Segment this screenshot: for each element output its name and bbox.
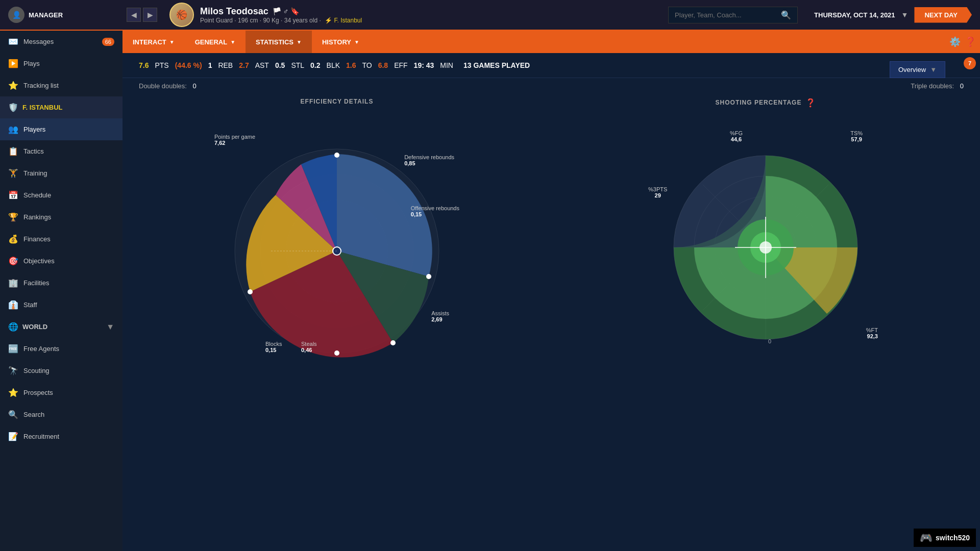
blk-label: BLK bbox=[327, 61, 340, 69]
rankings-icon: 🏆 bbox=[8, 212, 18, 222]
sidebar-item-tracking[interactable]: ⭐ Tracking list bbox=[0, 74, 122, 96]
double-doubles: Double doubles: 0 bbox=[139, 82, 197, 90]
switch-text: switch520 bbox=[936, 534, 970, 542]
sidebar-label-plays: Plays bbox=[23, 60, 40, 67]
overview-button[interactable]: Overview ▼ bbox=[890, 61, 945, 78]
team-link[interactable]: F. Istanbul bbox=[334, 17, 362, 24]
sidebar-item-schedule[interactable]: 📅 Schedule bbox=[0, 184, 122, 206]
reb-label: REB bbox=[218, 61, 233, 69]
label-blocks: Blocks 0,15 bbox=[265, 341, 282, 353]
label-off-reb: Offensive rebounds 0,15 bbox=[411, 205, 459, 217]
label-steals-value: 0,46 bbox=[301, 347, 317, 353]
player-info: Milos Teodosac 🏳️ ♂ 🔖 Point Guard · 196 … bbox=[200, 6, 362, 24]
search-icon[interactable]: 🔍 bbox=[781, 10, 791, 20]
efficiency-chart: Points per game 7,62 Defensive rebounds … bbox=[209, 113, 464, 368]
nav-item-interact[interactable]: INTERACT ▼ bbox=[122, 31, 185, 53]
overview-label: Overview bbox=[898, 66, 926, 73]
sidebar-item-free-agents[interactable]: 🆓 Free Agents bbox=[0, 338, 122, 360]
sidebar-item-prospects[interactable]: ⭐ Prospects bbox=[0, 382, 122, 404]
search-bar[interactable]: 🔍 bbox=[668, 7, 798, 23]
sidebar-item-plays[interactable]: ▶️ Plays bbox=[0, 53, 122, 74]
sidebar-item-scouting[interactable]: 🔭 Scouting bbox=[0, 360, 122, 382]
history-chevron-icon: ▼ bbox=[354, 39, 359, 45]
label-3pts-value: 29 bbox=[648, 192, 667, 198]
nav-item-history[interactable]: HISTORY ▼ bbox=[312, 31, 370, 53]
date-dropdown-icon[interactable]: ▼ bbox=[901, 11, 909, 19]
label-ts-value: 57,9 bbox=[850, 136, 863, 142]
label-assists: Assists 2,69 bbox=[431, 310, 449, 322]
sidebar-label-rankings: Rankings bbox=[23, 213, 51, 221]
sidebar-item-tactics[interactable]: 📋 Tactics bbox=[0, 140, 122, 162]
nav-forward-button[interactable]: ▶ bbox=[143, 8, 157, 22]
prospects-icon: ⭐ bbox=[8, 388, 18, 397]
efficiency-title: EFFICIENCY DETAILS bbox=[301, 98, 374, 105]
switch-logo-icon: 🎮 bbox=[920, 532, 933, 544]
sidebar-item-training[interactable]: 🏋️ Training bbox=[0, 162, 122, 184]
sidebar-item-staff[interactable]: 👔 Staff bbox=[0, 294, 122, 316]
min-value: 19: 43 bbox=[414, 61, 434, 69]
schedule-icon: 📅 bbox=[8, 190, 18, 200]
shooting-help-icon[interactable]: ❓ bbox=[805, 98, 816, 108]
nav-item-statistics[interactable]: STATISTICS ▼ bbox=[246, 31, 312, 53]
world-section[interactable]: 🌐 WORLD ▼ bbox=[0, 316, 122, 338]
notification-badge[interactable]: 7 bbox=[964, 57, 976, 69]
label-ft-value: 92,3 bbox=[866, 333, 878, 339]
nav-item-general[interactable]: GENERAL ▼ bbox=[185, 31, 246, 53]
shooting-chart: 0 %FG 44,6 TS% 57,9 %3PTS 29 bbox=[638, 115, 893, 370]
sidebar-item-players[interactable]: 👥 Players bbox=[0, 118, 122, 140]
messages-icon: ✉️ bbox=[8, 37, 18, 46]
triple-doubles-value: 0 bbox=[960, 82, 964, 90]
objectives-icon: 🎯 bbox=[8, 256, 18, 266]
nav-back-button[interactable]: ◀ bbox=[127, 8, 141, 22]
messages-badge: 66 bbox=[102, 38, 114, 46]
switch-badge: 🎮 switch520 bbox=[914, 529, 976, 547]
tracking-icon: ⭐ bbox=[8, 81, 18, 90]
team-header: 🛡️ F. ISTANBUL bbox=[0, 96, 122, 118]
shooting-section: SHOOTING PERCENTAGE ❓ bbox=[551, 98, 980, 370]
team-name: F. ISTANBUL bbox=[22, 104, 62, 111]
top-bar: 👤 MANAGER ◀ ▶ 🏀 Milos Teodosac 🏳️ ♂ 🔖 Po… bbox=[0, 0, 980, 31]
sidebar-label-finances: Finances bbox=[23, 235, 51, 243]
label-ft: %FT 92,3 bbox=[866, 327, 878, 339]
player-name: Milos Teodosac bbox=[200, 6, 268, 17]
help-icon[interactable]: ❓ bbox=[965, 36, 976, 47]
sidebar-item-facilities[interactable]: 🏢 Facilities bbox=[0, 272, 122, 294]
svg-point-6 bbox=[334, 350, 339, 356]
settings-icon[interactable]: ⚙️ bbox=[949, 36, 961, 47]
triple-doubles-label: Triple doubles: bbox=[911, 82, 954, 90]
nav-general-label: GENERAL bbox=[195, 38, 228, 46]
team-icon: 🛡️ bbox=[8, 103, 18, 112]
free-agents-icon: 🆓 bbox=[8, 344, 18, 354]
label-fg: %FG 44,6 bbox=[730, 130, 743, 142]
sidebar-item-finances[interactable]: 💰 Finances bbox=[0, 228, 122, 250]
sidebar-item-objectives[interactable]: 🎯 Objectives bbox=[0, 250, 122, 272]
charts-area: EFFICIENCY DETAILS bbox=[122, 98, 980, 370]
training-icon: 🏋️ bbox=[8, 168, 18, 178]
sidebar-label-objectives: Objectives bbox=[23, 257, 55, 265]
sidebar-label-facilities: Facilities bbox=[23, 279, 50, 287]
sidebar-item-messages[interactable]: ✉️ Messages 66 bbox=[0, 31, 122, 53]
date-section: THURSDAY, OCT 14, 2021 ▼ NEXT DAY bbox=[806, 7, 980, 23]
players-icon: 👥 bbox=[8, 124, 18, 134]
sidebar-item-search[interactable]: 🔍 Search bbox=[0, 404, 122, 425]
sidebar-item-recruitment[interactable]: 📝 Recruitment bbox=[0, 425, 122, 447]
label-3pts: %3PTS 29 bbox=[648, 186, 667, 198]
next-day-button[interactable]: NEXT DAY bbox=[914, 7, 972, 23]
search-input[interactable] bbox=[675, 11, 777, 19]
svg-point-7 bbox=[248, 289, 253, 294]
efficiency-section: EFFICIENCY DETAILS bbox=[122, 98, 551, 370]
staff-icon: 👔 bbox=[8, 300, 18, 310]
sidebar-label-prospects: Prospects bbox=[23, 389, 53, 396]
nav-arrows: ◀ ▶ bbox=[122, 8, 161, 22]
svg-point-5 bbox=[390, 340, 396, 345]
overview-chevron-icon: ▼ bbox=[930, 66, 937, 73]
label-assists-value: 2,69 bbox=[431, 316, 449, 322]
sidebar-label-players: Players bbox=[23, 126, 45, 133]
games-label: 13 GAMES PLAYED bbox=[463, 61, 530, 69]
world-icon: 🌐 bbox=[8, 322, 18, 332]
label-points-value: 7,62 bbox=[214, 140, 255, 146]
sidebar-label-recruitment: Recruitment bbox=[23, 433, 59, 440]
sidebar: ✉️ Messages 66 ▶️ Plays ⭐ Tracking list … bbox=[0, 31, 122, 551]
triple-doubles: Triple doubles: 0 bbox=[911, 82, 964, 90]
sidebar-item-rankings[interactable]: 🏆 Rankings bbox=[0, 206, 122, 228]
